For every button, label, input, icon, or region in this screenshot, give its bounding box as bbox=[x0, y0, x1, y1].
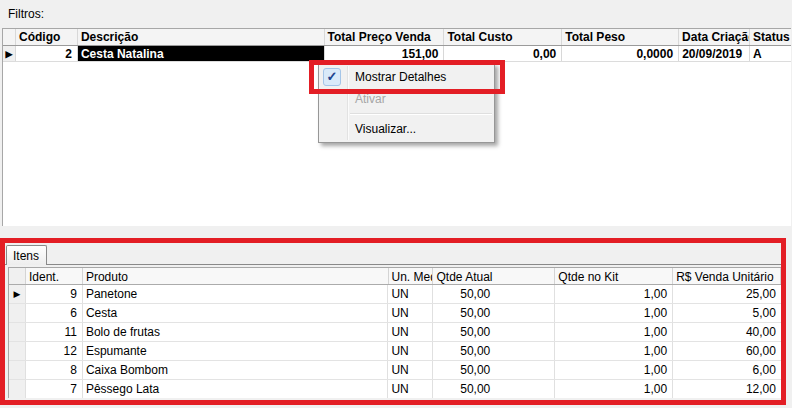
items-grid-header: Ident. Produto Un. Med. Qtde Atual Qtde … bbox=[9, 268, 781, 285]
current-row-arrow-icon: ▶ bbox=[6, 49, 13, 59]
column-header-codigo[interactable]: Código bbox=[16, 29, 78, 45]
context-menu: ✓ Mostrar Detalhes Ativar Visualizar... bbox=[318, 63, 495, 143]
row-selector-header bbox=[3, 29, 16, 45]
menu-item-label: Mostrar Detalhes bbox=[355, 70, 446, 84]
cell-descricao-selected[interactable]: Cesta Natalina bbox=[78, 46, 325, 61]
column-header-total-peso[interactable]: Total Peso bbox=[562, 29, 679, 45]
table-row[interactable]: 8Caixa BombomUN50,001,006,00 bbox=[9, 361, 781, 380]
cell-total-peso[interactable]: 0,0000 bbox=[562, 46, 679, 61]
menu-item-label: Ativar bbox=[355, 92, 386, 106]
cell-venda-unitario[interactable]: 5,00 bbox=[673, 304, 781, 322]
cell-qtde-atual[interactable]: 50,00 bbox=[433, 380, 555, 398]
column-header-descricao[interactable]: Descrição bbox=[78, 29, 325, 45]
cell-venda-unitario[interactable]: 25,00 bbox=[673, 285, 781, 303]
items-grid-body: ▶9PanetoneUN50,001,0025,006CestaUN50,001… bbox=[9, 285, 781, 398]
cell-un-med[interactable]: UN bbox=[388, 361, 433, 379]
table-row[interactable]: ▶ 2 Cesta Natalina 151,00 0,00 0,0000 20… bbox=[3, 46, 791, 62]
menu-item-mostrar-detalhes[interactable]: ✓ Mostrar Detalhes bbox=[319, 66, 494, 88]
master-grid-header: Código Descrição Total Preço Venda Total… bbox=[3, 29, 791, 46]
cell-ident[interactable]: 8 bbox=[26, 361, 83, 379]
cell-codigo[interactable]: 2 bbox=[16, 46, 78, 61]
column-header-total-preco-venda[interactable]: Total Preço Venda bbox=[325, 29, 445, 45]
cell-ident[interactable]: 9 bbox=[26, 285, 83, 303]
cell-un-med[interactable]: UN bbox=[388, 380, 433, 398]
cell-venda-unitario[interactable]: 6,00 bbox=[673, 361, 781, 379]
tab-strip-divider bbox=[5, 264, 781, 265]
cell-produto[interactable]: Bolo de frutas bbox=[83, 323, 389, 341]
annotation-red-box-detail-panel: Itens Ident. Produto Un. Med. Qtde Atual… bbox=[0, 238, 786, 405]
cell-qtde-atual[interactable]: 50,00 bbox=[433, 323, 555, 341]
cell-ident[interactable]: 12 bbox=[26, 342, 83, 360]
cell-ident[interactable]: 7 bbox=[26, 380, 83, 398]
cell-qtde-no-kit[interactable]: 1,00 bbox=[555, 380, 673, 398]
cell-total-custo[interactable]: 0,00 bbox=[444, 46, 562, 61]
cell-qtde-no-kit[interactable]: 1,00 bbox=[555, 304, 673, 322]
column-header-qtde-no-kit[interactable]: Qtde no Kit bbox=[555, 268, 673, 284]
cell-qtde-atual[interactable]: 50,00 bbox=[433, 304, 555, 322]
cell-ident[interactable]: 6 bbox=[26, 304, 83, 322]
column-header-status[interactable]: Status bbox=[750, 29, 791, 45]
current-row-indicator: ▶ bbox=[9, 285, 26, 303]
cell-qtde-no-kit[interactable]: 1,00 bbox=[555, 323, 673, 341]
cell-venda-unitario[interactable]: 60,00 bbox=[673, 342, 781, 360]
row-selector bbox=[9, 380, 26, 398]
row-selector bbox=[9, 361, 26, 379]
column-header-venda-unitario[interactable]: R$ Venda Unitário bbox=[673, 268, 781, 284]
menu-item-visualizar[interactable]: Visualizar... bbox=[319, 118, 494, 140]
column-header-total-custo[interactable]: Total Custo bbox=[444, 29, 562, 45]
cell-qtde-atual[interactable]: 50,00 bbox=[433, 361, 555, 379]
menu-item-label: Visualizar... bbox=[355, 122, 416, 136]
table-row[interactable]: 12EspumanteUN50,001,0060,00 bbox=[9, 342, 781, 361]
column-header-data-criacao[interactable]: Data Criação bbox=[679, 29, 750, 45]
row-selector bbox=[9, 304, 26, 322]
column-header-qtde-atual[interactable]: Qtde Atual bbox=[433, 268, 555, 284]
cell-qtde-no-kit[interactable]: 1,00 bbox=[555, 361, 673, 379]
column-header-un-med[interactable]: Un. Med. bbox=[389, 268, 434, 284]
cell-un-med[interactable]: UN bbox=[388, 285, 433, 303]
row-selector-header bbox=[9, 268, 26, 284]
filters-label: Filtros: bbox=[8, 7, 44, 21]
cell-produto[interactable]: Caixa Bombom bbox=[83, 361, 389, 379]
table-row[interactable]: 7Pêssego LataUN50,001,0012,00 bbox=[9, 380, 781, 398]
cell-un-med[interactable]: UN bbox=[388, 304, 433, 322]
cell-qtde-no-kit[interactable]: 1,00 bbox=[555, 342, 673, 360]
menu-separator bbox=[350, 113, 492, 115]
cell-venda-unitario[interactable]: 40,00 bbox=[673, 323, 781, 341]
table-row[interactable]: ▶9PanetoneUN50,001,0025,00 bbox=[9, 285, 781, 304]
column-header-produto[interactable]: Produto bbox=[83, 268, 389, 284]
cell-produto[interactable]: Panetone bbox=[83, 285, 389, 303]
cell-produto[interactable]: Espumante bbox=[83, 342, 389, 360]
cell-un-med[interactable]: UN bbox=[388, 323, 433, 341]
table-row[interactable]: 6CestaUN50,001,005,00 bbox=[9, 304, 781, 323]
cell-qtde-atual[interactable]: 50,00 bbox=[433, 342, 555, 360]
cell-un-med[interactable]: UN bbox=[388, 342, 433, 360]
cell-venda-unitario[interactable]: 12,00 bbox=[673, 380, 781, 398]
cell-ident[interactable]: 11 bbox=[26, 323, 83, 341]
menu-item-ativar: Ativar bbox=[319, 88, 494, 110]
table-row[interactable]: 11Bolo de frutasUN50,001,0040,00 bbox=[9, 323, 781, 342]
current-row-arrow-icon: ▶ bbox=[14, 289, 21, 299]
cell-total-preco-venda[interactable]: 151,00 bbox=[325, 46, 445, 61]
current-row-indicator: ▶ bbox=[3, 46, 16, 61]
tab-itens[interactable]: Itens bbox=[6, 245, 47, 265]
check-icon: ✓ bbox=[323, 68, 341, 86]
cell-status[interactable]: A bbox=[750, 46, 791, 61]
row-selector bbox=[9, 342, 26, 360]
row-selector bbox=[9, 323, 26, 341]
cell-data-criacao[interactable]: 20/09/2019 bbox=[679, 46, 750, 61]
cell-produto[interactable]: Cesta bbox=[83, 304, 389, 322]
cell-produto[interactable]: Pêssego Lata bbox=[83, 380, 389, 398]
cell-qtde-atual[interactable]: 50,00 bbox=[433, 285, 555, 303]
cell-qtde-no-kit[interactable]: 1,00 bbox=[555, 285, 673, 303]
items-grid: Ident. Produto Un. Med. Qtde Atual Qtde … bbox=[8, 267, 781, 398]
column-header-ident[interactable]: Ident. bbox=[26, 268, 83, 284]
